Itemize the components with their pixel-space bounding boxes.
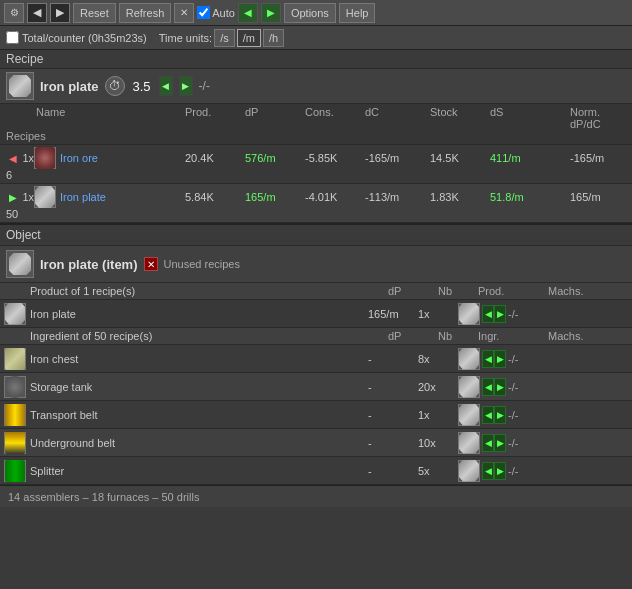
recipe-arrow-left[interactable]: ◀ xyxy=(159,76,173,96)
ingr-arrow-left-3[interactable]: ◀ xyxy=(482,434,494,452)
ingr-arrow-right-1[interactable]: ▶ xyxy=(494,378,506,396)
object-content: Product of 1 recipe(s) dP Nb Prod. Machs… xyxy=(0,283,632,485)
ingr-name-3: Underground belt xyxy=(30,437,368,449)
recipe-main-row: Iron plate ⏱ 3.5 ◀ ▶ -/- xyxy=(0,69,632,104)
time-units-row: Time units: /s /m /h xyxy=(159,29,284,47)
col-stock: Stock xyxy=(428,106,488,130)
ingr-mini-arrows-2: ◀ ▶ xyxy=(482,406,506,424)
ingr-arrow-left-2[interactable]: ◀ xyxy=(482,406,494,424)
row-arrow-out: ◀ xyxy=(4,149,21,167)
ingredient-row[interactable]: Underground belt - 10x ◀ ▶ -/- xyxy=(0,429,632,457)
splitter-shape xyxy=(5,460,25,482)
unit-s-button[interactable]: /s xyxy=(214,29,235,47)
product-col-machs: Machs. xyxy=(548,285,628,297)
recipe-item-icon xyxy=(6,72,34,100)
col-cons: Cons. xyxy=(303,106,363,130)
menu-icon[interactable]: ⚙ xyxy=(4,3,24,23)
product-col-prod: Prod. xyxy=(478,285,548,297)
product-col-dp: dP xyxy=(388,285,438,297)
left-green-arrow[interactable]: ◀ xyxy=(238,3,258,23)
row-dp-0: 576/m xyxy=(243,152,303,164)
ingr-name-0: Iron chest xyxy=(30,353,368,365)
row-stock-1: 1.83K xyxy=(428,191,488,203)
close-icon[interactable]: ✕ xyxy=(174,3,194,23)
row-name-0: Iron ore xyxy=(60,152,98,164)
ingr-craft-icon-0 xyxy=(458,348,480,370)
ingredient-row[interactable]: Splitter - 5x ◀ ▶ -/- xyxy=(0,457,632,485)
ingr-mini-arrows-0: ◀ ▶ xyxy=(482,350,506,368)
ingr-arrows-0: ◀ ▶ -/- xyxy=(458,348,548,370)
product-arrow-right[interactable]: ▶ xyxy=(494,305,506,323)
unit-m-button[interactable]: /m xyxy=(237,29,261,47)
ingr-arrow-left-1[interactable]: ◀ xyxy=(482,378,494,396)
options-button[interactable]: Options xyxy=(284,3,336,23)
table-headers: Name Prod. dP Cons. dC Stock dS Norm. dP… xyxy=(0,104,632,145)
status-bar: 14 assemblers – 18 furnaces – 50 drills xyxy=(0,485,632,507)
ingr-arrows-4: ◀ ▶ -/- xyxy=(458,460,548,482)
object-title: Iron plate (item) xyxy=(40,257,138,272)
row-dp-1: 165/m xyxy=(243,191,303,203)
ingredient-header-label: Ingredient of 50 recipe(s) xyxy=(30,330,388,342)
chest-icon xyxy=(4,348,26,370)
col-name: Name xyxy=(34,106,183,130)
total-counter-checkbox[interactable] xyxy=(6,31,19,44)
reset-button[interactable]: Reset xyxy=(73,3,116,23)
ingr-arrow-left-0[interactable]: ◀ xyxy=(482,350,494,368)
row-norm-1: 165/m xyxy=(568,191,628,203)
row-cons-0: -5.85K xyxy=(303,152,363,164)
row-name-1: Iron plate xyxy=(60,191,106,203)
ingr-rate-1: -/- xyxy=(508,381,518,393)
ingr-arrow-right-3[interactable]: ▶ xyxy=(494,434,506,452)
table-row[interactable]: ▶ 1x Iron plate 5.84K 165/m -4.01K -113/… xyxy=(0,184,632,223)
product-icon xyxy=(4,303,26,325)
product-section-header: Product of 1 recipe(s) dP Nb Prod. Machs… xyxy=(0,283,632,300)
refresh-button[interactable]: Refresh xyxy=(119,3,172,23)
recipe-label: Recipe xyxy=(6,52,43,66)
help-button[interactable]: Help xyxy=(339,3,376,23)
ingr-name-4: Splitter xyxy=(30,465,368,477)
product-row[interactable]: Iron plate 165/m 1x ◀ ▶ -/- xyxy=(0,300,632,328)
underground-icon xyxy=(4,432,26,454)
object-icon xyxy=(6,250,34,278)
object-label: Object xyxy=(6,228,41,242)
ingr-craft-icon-3 xyxy=(458,432,480,454)
underground-shape xyxy=(5,432,25,454)
ingr-rate-2: -/- xyxy=(508,409,518,421)
toolbar: ⚙ ◀ ▶ Reset Refresh ✕ Auto ◀ ▶ Options H… xyxy=(0,0,632,26)
back-button[interactable]: ◀ xyxy=(27,3,47,23)
ingr-arrow-right-2[interactable]: ▶ xyxy=(494,406,506,424)
product-arrow-left[interactable]: ◀ xyxy=(482,305,494,323)
table-row[interactable]: ◀ 1x Iron ore 20.4K 576/m -5.85K -165/m … xyxy=(0,145,632,184)
product-arrows: ◀ ▶ -/- xyxy=(458,303,548,325)
row-prod-0: 20.4K xyxy=(183,152,243,164)
forward-button[interactable]: ▶ xyxy=(50,3,70,23)
tank-icon xyxy=(4,376,26,398)
ingredient-row[interactable]: Storage tank - 20x ◀ ▶ -/- xyxy=(0,373,632,401)
recipe-item-name: Iron plate xyxy=(40,79,99,94)
ingredient-row[interactable]: Transport belt - 1x ◀ ▶ -/- xyxy=(0,401,632,429)
ingr-name-2: Transport belt xyxy=(30,409,368,421)
ingr-dp-4: - xyxy=(368,465,418,477)
ingr-arrows-2: ◀ ▶ -/- xyxy=(458,404,548,426)
recipe-section-header: Recipe xyxy=(0,50,632,69)
ingredient-row[interactable]: Iron chest - 8x ◀ ▶ -/- xyxy=(0,345,632,373)
object-close-button[interactable]: ✕ xyxy=(144,257,158,271)
row-qty-1: 1x xyxy=(22,191,34,203)
row-ds-1: 51.8/m xyxy=(488,191,568,203)
unit-h-button[interactable]: /h xyxy=(263,29,284,47)
ingr-col-dp: dP xyxy=(388,330,438,342)
plate-icon-sm xyxy=(34,186,56,208)
ingr-dp-1: - xyxy=(368,381,418,393)
ingr-arrow-right-4[interactable]: ▶ xyxy=(494,462,506,480)
ingr-mini-arrows-1: ◀ ▶ xyxy=(482,378,506,396)
ingr-arrow-left-4[interactable]: ◀ xyxy=(482,462,494,480)
row-recipes-1: 50 xyxy=(4,208,34,220)
ingr-nb-2: 1x xyxy=(418,409,458,421)
recipe-arrow-right[interactable]: ▶ xyxy=(179,76,193,96)
auto-checkbox[interactable] xyxy=(197,6,210,19)
product-rate: -/- xyxy=(508,308,518,320)
product-nb: 1x xyxy=(418,308,458,320)
ingr-craft-icon-2 xyxy=(458,404,480,426)
ingr-arrow-right-0[interactable]: ▶ xyxy=(494,350,506,368)
right-green-arrow[interactable]: ▶ xyxy=(261,3,281,23)
